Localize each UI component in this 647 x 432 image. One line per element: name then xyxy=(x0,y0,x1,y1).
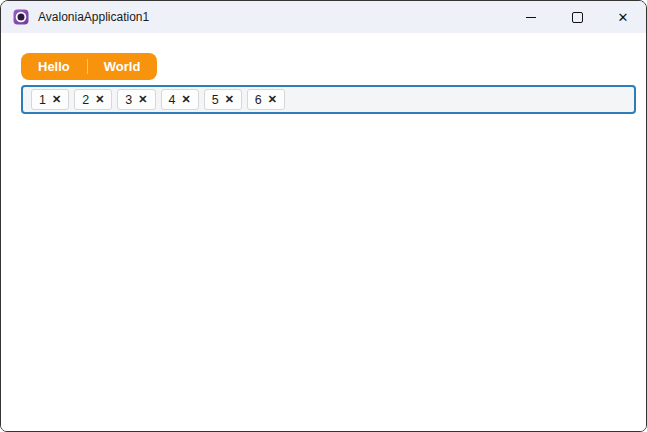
minimize-icon xyxy=(526,17,536,18)
chip-6-remove-icon[interactable]: ✕ xyxy=(268,94,277,105)
chip-4-label: 4 xyxy=(169,93,176,107)
window-content: Hello World 1 ✕ 2 ✕ 3 ✕ 4 ✕ xyxy=(1,33,646,431)
chip-2-label: 2 xyxy=(82,93,89,107)
app-window: AvaloniaApplication1 ✕ Hello World 1 xyxy=(0,0,647,432)
chip-2-remove-icon[interactable]: ✕ xyxy=(95,94,104,105)
chip-4-remove-icon[interactable]: ✕ xyxy=(181,94,190,105)
minimize-button[interactable] xyxy=(508,1,554,33)
chip-1[interactable]: 1 ✕ xyxy=(31,89,69,110)
close-button[interactable]: ✕ xyxy=(600,1,646,33)
tab-hello[interactable]: Hello xyxy=(21,53,87,80)
chip-6-label: 6 xyxy=(255,93,262,107)
window-title: AvaloniaApplication1 xyxy=(38,10,508,24)
maximize-button[interactable] xyxy=(554,1,600,33)
chip-1-label: 1 xyxy=(39,93,46,107)
tab-world[interactable]: World xyxy=(87,53,158,80)
caption-buttons: ✕ xyxy=(508,1,646,33)
chip-6[interactable]: 6 ✕ xyxy=(247,89,285,110)
maximize-icon xyxy=(572,12,583,23)
chip-1-remove-icon[interactable]: ✕ xyxy=(52,94,61,105)
chip-4[interactable]: 4 ✕ xyxy=(161,89,199,110)
tab-world-label: World xyxy=(104,59,141,74)
tab-strip: Hello World xyxy=(21,53,157,80)
close-icon: ✕ xyxy=(618,11,629,24)
avalonia-logo-icon xyxy=(13,9,29,25)
titlebar: AvaloniaApplication1 ✕ xyxy=(1,1,646,33)
chip-2[interactable]: 2 ✕ xyxy=(74,89,112,110)
tab-hello-label: Hello xyxy=(38,59,70,74)
tag-input[interactable]: 1 ✕ 2 ✕ 3 ✕ 4 ✕ 5 ✕ 6 ✕ xyxy=(21,85,636,114)
chip-5[interactable]: 5 ✕ xyxy=(204,89,242,110)
chip-5-remove-icon[interactable]: ✕ xyxy=(225,94,234,105)
chip-3[interactable]: 3 ✕ xyxy=(117,89,155,110)
chip-5-label: 5 xyxy=(212,93,219,107)
chip-3-label: 3 xyxy=(125,93,132,107)
chip-3-remove-icon[interactable]: ✕ xyxy=(138,94,147,105)
